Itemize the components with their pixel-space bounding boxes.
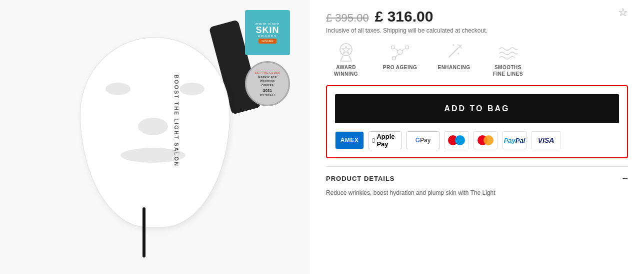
feature-award: AWARDWINNING [326,42,366,77]
badge-wellness: GET THE GLOSS Beauty and Wellness Awards… [245,61,290,106]
payment-amex: AMEX [335,131,364,149]
mc-skin: SKIN [256,26,279,35]
add-to-bag-section: ADD TO BAG AMEX  Apple Pay G Pay [326,85,628,158]
feature-fine-lines-label: SMOOTHSFINE LINES [493,64,523,77]
product-details-section: PRODUCT DETAILS − Reduce wrinkles, boost… [326,166,628,197]
payment-apple-pay:  Apple Pay [368,131,402,149]
svg-line-11 [395,54,398,58]
mc-orange-circle [484,135,494,145]
bw-top: GET THE GLOSS [254,71,280,74]
apple-pay-label: Apple Pay [376,133,398,148]
maestro-circles [448,135,465,145]
maestro-blue-circle [455,135,465,145]
svg-line-9 [394,48,398,51]
mask-brand-text: BOOST THE LIGHT SALON [174,75,180,167]
svg-line-3 [349,56,352,61]
feature-fine-lines: SMOOTHSFINE LINES [488,42,528,77]
visa-label: VISA [538,136,554,144]
features-row: AWARDWINNING PRO AGEING [326,42,628,77]
product-details-toggle: − [622,173,628,184]
bw-main: Beauty and Wellness Awards [258,75,276,87]
price-note: Inclusive of all taxes. Shipping will be… [326,27,628,34]
payment-paypal: PayPal [502,131,527,149]
mc-awards: AWARDS [258,35,277,38]
bw-year: 2021 [263,88,272,93]
svg-point-6 [391,46,394,49]
amex-label: AMEX [340,137,359,144]
mask-shape: BOOST THE LIGHT SALON [80,37,230,227]
product-image: BOOST THE LIGHT SALON [50,17,260,257]
price-original: £ 395.00 [326,12,369,25]
badge-marie-claire: marie claire SKIN AWARDS WINNER [245,10,290,55]
feature-enhancing: ENHANCING [434,42,474,77]
svg-point-8 [392,57,396,60]
payment-google-pay: G Pay [406,131,440,149]
svg-line-2 [340,56,343,61]
bw-winner: WINNER [260,93,275,96]
award-icon [336,42,356,62]
feature-pro-ageing: PRO AGEING [380,42,420,77]
feature-enhancing-label: ENHANCING [438,64,470,71]
payment-visa: VISA [531,131,561,149]
mc-winner: WINNER [258,39,276,44]
price-sale: £ 316.00 [375,8,434,25]
payment-mastercard [473,131,498,149]
badges-area: marie claire SKIN AWARDS WINNER GET THE … [245,10,290,106]
mask-cord [142,207,146,257]
mastercard-circles [478,135,494,145]
product-image-area: BOOST THE LIGHT SALON marie claire SKIN … [0,0,310,274]
svg-point-5 [398,50,402,55]
molecule-icon [390,42,410,62]
add-to-bag-button[interactable]: ADD TO BAG [335,94,619,123]
payment-icons: AMEX  Apple Pay G Pay [335,131,619,149]
svg-line-14 [458,45,460,46]
price-section: £ 395.00 £ 316.00 [326,8,628,25]
svg-line-12 [449,48,458,57]
svg-line-15 [460,46,462,49]
svg-marker-1 [342,46,350,54]
g-icon: G [416,137,420,144]
feature-award-label: AWARDWINNING [334,64,358,77]
svg-line-10 [402,48,406,51]
feature-pro-ageing-label: PRO AGEING [383,64,418,71]
product-info-area: ☆ £ 395.00 £ 316.00 Inclusive of all tax… [310,0,644,274]
payment-maestro [444,131,469,149]
svg-point-7 [406,46,409,49]
product-details-text: Reduce wrinkles, boost hydration and plu… [326,188,628,197]
wand-icon [445,42,463,62]
wishlist-button[interactable]: ☆ [618,6,628,19]
product-details-title: PRODUCT DETAILS [326,175,395,182]
product-details-header[interactable]: PRODUCT DETAILS − [326,173,628,184]
waves-icon [498,42,518,62]
